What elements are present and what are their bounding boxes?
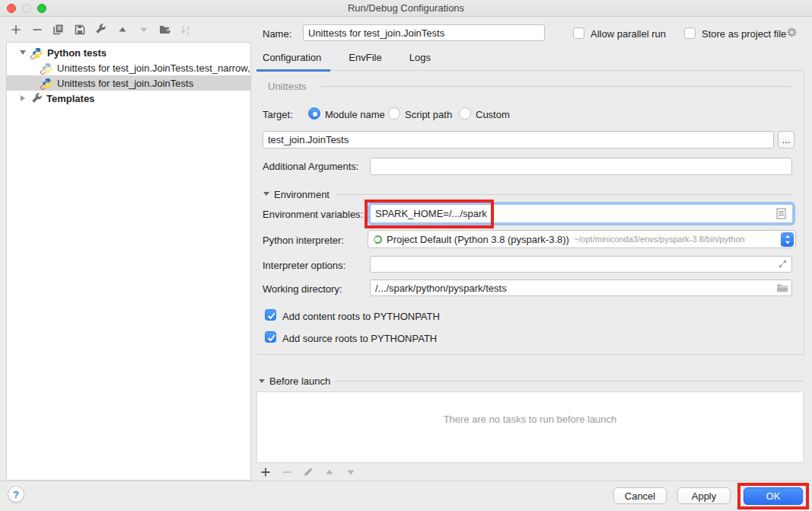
add-source-roots-checkbox[interactable] (265, 331, 276, 343)
move-task-up-icon (323, 466, 335, 477)
working-directory-label: Working directory: (263, 283, 342, 295)
tab-configuration[interactable]: Configuration (256, 47, 330, 71)
tree-item-unittests-test-narrow[interactable]: Unittests for test_join.JoinTests.test_n… (7, 60, 250, 75)
additional-arguments-label: Additional Arguments: (263, 161, 358, 172)
python-interpreter-label: Python interpreter: (263, 235, 344, 246)
python-interpreter-value: Project Default (Python 3.8 (pyspark-3.8… (387, 234, 569, 245)
expand-field-icon[interactable] (778, 259, 788, 269)
target-script-path-label[interactable]: Script path (405, 109, 452, 120)
tab-envfile[interactable]: EnvFile (342, 47, 390, 71)
copy-configuration-icon[interactable] (53, 24, 64, 35)
target-custom-label[interactable]: Custom (476, 109, 510, 120)
apply-button[interactable]: Apply (677, 487, 731, 504)
tree-item-unittests-jointests-selected[interactable]: Unittests for test_join.JoinTests (7, 75, 250, 91)
environment-section-label: Environment (274, 189, 330, 200)
ok-button[interactable]: OK (744, 487, 803, 505)
python-test-icon (42, 78, 53, 89)
additional-arguments-input[interactable] (370, 158, 792, 175)
store-as-project-file-label: Store as project file (702, 28, 786, 40)
environment-variables-input[interactable] (370, 204, 793, 223)
python-test-icon (42, 62, 53, 74)
config-tabs: Configuration EnvFile Logs (256, 47, 804, 71)
unittests-group-label: Unittests (268, 81, 307, 92)
unittests-group-rule (321, 86, 791, 87)
templates-wrench-icon (31, 93, 43, 104)
tree-group-templates[interactable]: Templates (7, 91, 250, 106)
before-launch-empty-message: There are no tasks to run before launch (257, 414, 803, 425)
before-launch-toolbar (260, 466, 356, 477)
add-source-roots-label[interactable]: Add source roots to PYTHONPATH (282, 333, 437, 344)
add-configuration-icon[interactable] (10, 24, 21, 35)
configurations-tree: Python tests Unittests for test_join.Joi… (6, 42, 251, 481)
python-interpreter-path: ~/opt/miniconda3/envs/pyspark-3.8/bin/py… (574, 235, 745, 244)
browse-folder-icon[interactable] (776, 283, 788, 292)
move-task-down-icon (345, 466, 356, 477)
footer-separator (0, 481, 812, 481)
svg-text:a: a (186, 24, 189, 30)
edit-task-icon (302, 466, 314, 477)
allow-parallel-run-checkbox[interactable] (573, 27, 584, 39)
interpreter-options-input[interactable] (370, 256, 792, 273)
python-interpreter-select[interactable]: Project Default (Python 3.8 (pyspark-3.8… (368, 230, 796, 248)
tree-item-label: Unittests for test_join.JoinTests (57, 78, 193, 89)
browse-target-button[interactable]: ... (778, 131, 794, 149)
cancel-button[interactable]: Cancel (613, 487, 667, 504)
tree-item-label: Unittests for test_join.JoinTests.test_n… (57, 62, 250, 74)
name-input[interactable] (303, 24, 545, 41)
expand-collapse-icon[interactable] (20, 50, 26, 55)
create-new-folder-icon[interactable] (159, 24, 170, 35)
before-launch-section-label: Before launch (269, 375, 330, 387)
name-label: Name: (263, 28, 291, 40)
select-stepper-icon[interactable] (781, 232, 794, 247)
run-debug-configurations-dialog: Run/Debug Configurations az (0, 0, 812, 511)
add-content-roots-label[interactable]: Add content roots to PYTHONPATH (282, 311, 440, 322)
before-launch-section-rule (335, 381, 803, 382)
target-module-name-radio[interactable] (308, 107, 320, 120)
panel-bottom-border (256, 354, 804, 355)
expand-collapse-icon[interactable] (21, 95, 25, 101)
target-label: Target: (263, 109, 293, 120)
remove-configuration-icon[interactable] (31, 24, 43, 35)
add-content-roots-checkbox[interactable] (265, 309, 276, 321)
title-bar: Run/Debug Configurations (0, 0, 812, 17)
window-title: Run/Debug Configurations (0, 2, 812, 14)
add-task-icon[interactable] (260, 466, 271, 477)
allow-parallel-run-label: Allow parallel run (591, 28, 666, 40)
configurations-toolbar: az (10, 24, 192, 35)
conda-environment-icon (374, 235, 382, 244)
interpreter-options-label: Interpreter options: (263, 260, 345, 271)
move-down-icon (138, 24, 149, 35)
before-launch-task-list: There are no tasks to run before launch (256, 391, 804, 463)
store-as-project-file-checkbox[interactable] (684, 27, 696, 39)
svg-text:z: z (186, 30, 189, 35)
sort-configurations-icon: az (180, 24, 192, 35)
environment-variables-label: Environment variables: (263, 209, 363, 220)
target-input[interactable] (263, 131, 774, 149)
save-configuration-icon[interactable] (74, 24, 85, 35)
target-script-path-radio[interactable] (388, 107, 400, 120)
tree-group-label: Python tests (47, 47, 107, 59)
tree-group-label: Templates (46, 93, 94, 104)
python-tests-icon (32, 47, 43, 59)
environment-section-rule (336, 194, 791, 195)
working-directory-input[interactable] (370, 279, 792, 296)
tree-group-python-tests[interactable]: Python tests (7, 45, 250, 60)
move-up-icon[interactable] (116, 24, 128, 35)
store-settings-gear-icon[interactable] (786, 27, 798, 38)
before-launch-collapse-icon[interactable] (259, 379, 265, 383)
edit-templates-icon[interactable] (95, 24, 107, 35)
panel-right-border (804, 71, 804, 354)
target-module-name-label[interactable]: Module name (325, 109, 385, 120)
target-custom-radio[interactable] (459, 107, 471, 120)
edit-environment-variables-icon[interactable] (776, 208, 786, 219)
tab-logs[interactable]: Logs (403, 47, 440, 71)
environment-collapse-icon[interactable] (263, 192, 269, 196)
help-button[interactable]: ? (8, 486, 24, 503)
remove-task-icon (281, 466, 292, 477)
